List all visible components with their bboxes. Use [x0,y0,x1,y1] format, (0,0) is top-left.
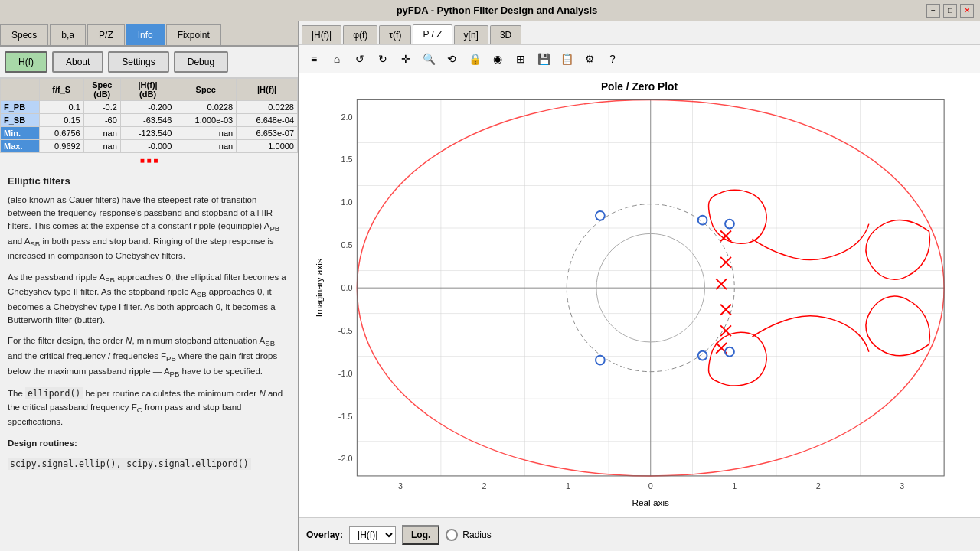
undo-icon[interactable]: ↺ [349,48,371,70]
tab-info[interactable]: Info [126,24,165,45]
x-axis-label: Real axis [632,497,670,507]
cell-max-spec-db: nan [83,140,120,153]
maximize-button[interactable]: □ [943,4,957,18]
svg-rect-0 [312,73,966,517]
tab-fixpoint[interactable]: Fixpoint [166,24,221,45]
svg-text:0.0: 0.0 [341,283,352,292]
lock-icon[interactable]: 🔒 [464,48,485,70]
settings-button[interactable]: Settings [108,51,168,73]
close-button[interactable]: ✕ [960,4,974,18]
tab-pz[interactable]: P / Z [413,24,452,44]
debug-button[interactable]: Debug [174,51,228,73]
tab-hf[interactable]: |H(f)| [302,25,341,44]
cell-fpb-ffs: 0.1 [39,101,83,114]
left-tab-bar: Specs b,a P/Z Info Fixpoint [0,21,298,47]
info-para-3: For the filter design, the order N, mini… [8,334,290,380]
plot-title: Pole / Zero Plot [601,81,678,93]
grid-icon[interactable]: ⊞ [510,48,531,70]
svg-text:1.0: 1.0 [341,197,352,207]
info-para-4: The ellipord() helper routine calculates… [8,387,290,429]
data-table: f/f_S Spec(dB) |H(f)|(dB) Spec |H(f)| F_… [0,78,298,153]
cell-fpb-hf-db: -0.200 [120,101,175,114]
window-title: pyFDA - Python Filter Design and Analysi… [67,5,926,16]
table-row: Max. 0.9692 nan -0.000 nan 1.0000 [1,140,298,153]
tab-ba[interactable]: b,a [50,24,86,45]
pole-zero-plot: Pole / Zero Plot [299,73,980,517]
tab-specs[interactable]: Specs [0,24,48,45]
y-axis-label: Imaginary axis [314,259,324,317]
svg-text:1.5: 1.5 [341,155,352,164]
save-icon[interactable]: 💾 [533,48,554,70]
cell-fpb-spec-db: -0.2 [83,101,120,114]
overlay-label: Overlay: [306,530,343,540]
redo-icon[interactable]: ↻ [372,48,394,70]
cell-min-spec-db: nan [83,127,120,140]
zoom-fit-icon[interactable]: ⟲ [441,48,462,70]
tab-3d[interactable]: 3D [490,25,521,44]
cell-fsb-hf-db: -63.546 [120,114,175,127]
settings-icon[interactable]: ⚙ [579,48,600,70]
svg-text:2.0: 2.0 [341,112,352,122]
svg-text:1: 1 [732,481,737,491]
plot-toolbar: ≡ ⌂ ↺ ↻ ✛ 🔍 ⟲ 🔒 ◉ ⊞ 💾 📋 ⚙ ? [299,45,980,73]
hf-button[interactable]: H(f) [5,51,47,73]
cell-max-hf-db: -0.000 [120,140,175,153]
row-label-max: Max. [1,140,40,153]
minimize-button[interactable]: − [926,4,940,18]
col-header-spec: Spec [175,79,237,101]
about-button[interactable]: About [52,51,103,73]
info-design-heading: Design routines: [8,437,290,450]
tab-tau[interactable]: τ(f) [379,25,411,44]
menu-icon[interactable]: ≡ [303,48,325,70]
title-bar: pyFDA - Python Filter Design and Analysi… [0,0,980,21]
cell-min-ffs: 0.6756 [39,127,83,140]
cell-max-spec: nan [175,140,237,153]
radius-group: Radius [446,529,491,541]
cell-fsb-ffs: 0.15 [39,114,83,127]
target-icon[interactable]: ◉ [487,48,508,70]
tab-yn[interactable]: y[n] [454,25,488,44]
svg-text:2: 2 [816,481,821,491]
row-label-fsb: F_SB [1,114,40,127]
cell-max-ffs: 0.9692 [39,140,83,153]
svg-text:0.5: 0.5 [341,240,352,249]
divider-dots: ■ ■ ■ [0,153,298,168]
col-header-ffs: f/f_S [39,79,83,101]
cell-fsb-hf: 6.648e-04 [237,114,298,127]
cell-min-spec: nan [175,127,237,140]
svg-text:3: 3 [900,481,904,491]
log-button[interactable]: Log. [402,525,439,545]
left-panel: Specs b,a P/Z Info Fixpoint H(f) About S… [0,21,299,551]
cell-fsb-spec-db: -60 [83,114,120,127]
info-text-area: Elliptic filters (also known as Cauer fi… [0,168,298,484]
bottom-bar: Overlay: |H(f)| φ(f) τ(f) none Log. Radi… [299,517,980,551]
svg-text:-1.0: -1.0 [338,369,353,378]
row-label-min: Min. [1,127,40,140]
tab-pz[interactable]: P/Z [87,24,125,45]
home-icon[interactable]: ⌂ [326,48,348,70]
col-header-spec-db: Spec(dB) [83,79,120,101]
col-header-hf: |H(f)| [237,79,298,101]
info-heading: Elliptic filters [8,174,290,189]
function-buttons: H(f) About Settings Debug [0,47,298,78]
cell-fpb-spec: 0.0228 [175,101,237,114]
plot-tab-bar: |H(f)| φ(f) τ(f) P / Z y[n] 3D [299,21,980,45]
col-header-hf-db: |H(f)|(dB) [120,79,175,101]
radius-label: Radius [462,530,491,540]
row-label-fpb: F_PB [1,101,40,114]
left-scroll-area[interactable]: f/f_S Spec(dB) |H(f)|(dB) Spec |H(f)| F_… [0,78,298,551]
svg-text:-2: -2 [479,481,487,491]
tab-phi[interactable]: φ(f) [343,25,377,44]
pan-icon[interactable]: ✛ [395,48,416,70]
svg-text:-1: -1 [563,481,570,491]
plot-area[interactable]: Pole / Zero Plot [299,73,980,517]
copy-icon[interactable]: 📋 [556,48,577,70]
zoom-icon[interactable]: 🔍 [418,48,439,70]
overlay-select[interactable]: |H(f)| φ(f) τ(f) none [349,526,396,544]
window-controls[interactable]: − □ ✕ [926,4,974,18]
svg-text:-2.0: -2.0 [338,454,353,463]
radius-radio[interactable] [446,529,458,541]
help-icon[interactable]: ? [602,48,623,70]
info-para-1: (also known as Cauer filters) have the s… [8,194,290,263]
info-para-2: As the passband ripple APB approaches 0,… [8,271,290,328]
